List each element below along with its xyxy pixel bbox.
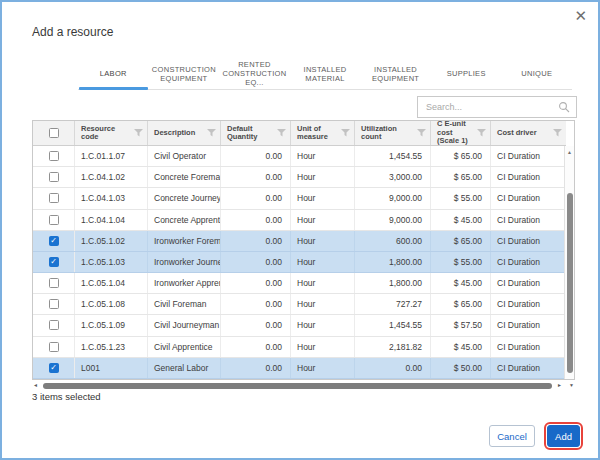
column-header-description[interactable]: Description	[148, 121, 221, 145]
table-row[interactable]: ✓1.C.05.1.02Ironworker Foreman0.00Hour60…	[33, 231, 566, 252]
cell-unit-cost: $ 65.00	[431, 231, 491, 251]
column-header-utilization-count[interactable]: Utilization count	[355, 121, 431, 145]
table-row[interactable]: 1.C.01.1.07Civil Operator0.00Hour1,454.5…	[33, 146, 566, 167]
search-icon	[558, 101, 570, 113]
search-input[interactable]	[418, 102, 558, 112]
cell-resource-code: 1.C.05.1.02	[75, 231, 148, 251]
filter-icon[interactable]	[477, 129, 486, 137]
row-checkbox-cell	[33, 315, 75, 335]
cell-unit-of-measure: Hour	[291, 252, 355, 272]
cell-utilization-count: 2,181.82	[355, 337, 431, 357]
column-header-unit-cost[interactable]: C E-unit cost (Scale 1)	[431, 121, 491, 145]
row-checkbox[interactable]: ✓	[49, 257, 59, 267]
table-row[interactable]: ✓1.C.05.1.03Ironworker Journe...0.00Hour…	[33, 252, 566, 273]
cell-utilization-count: 9,000.00	[355, 210, 431, 230]
row-checkbox[interactable]	[49, 193, 59, 203]
cell-unit-of-measure: Hour	[291, 167, 355, 187]
cell-default-quantity: 0.00	[221, 167, 291, 187]
row-checkbox[interactable]	[49, 172, 59, 182]
cell-resource-code: 1.C.04.1.04	[75, 210, 148, 230]
cell-utilization-count: 727.27	[355, 294, 431, 314]
scroll-down-icon[interactable]: ▼	[569, 381, 574, 390]
tab-installed-equipment[interactable]: INSTALLED EQUIPMENT	[360, 58, 431, 89]
filter-icon[interactable]	[417, 129, 426, 137]
row-checkbox-cell	[33, 146, 75, 166]
row-checkbox-cell	[33, 188, 75, 208]
table-row[interactable]: 1.C.05.1.08Civil Foreman0.00Hour727.27$ …	[33, 294, 566, 315]
tab-supplies[interactable]: SUPPLIES	[431, 58, 502, 89]
filter-icon[interactable]	[207, 129, 216, 137]
cell-utilization-count: 1,454.55	[355, 146, 431, 166]
cell-unit-of-measure: Hour	[291, 315, 355, 335]
cell-unit-of-measure: Hour	[291, 231, 355, 251]
row-checkbox-cell: ✓	[33, 252, 75, 272]
select-all-cell	[33, 121, 75, 145]
select-all-checkbox[interactable]	[49, 128, 59, 138]
row-checkbox[interactable]	[49, 320, 59, 330]
tab-installed-material[interactable]: INSTALLED MATERIAL	[290, 58, 361, 89]
table-row[interactable]: ✓L001General Labor0.00Hour0.00$ 50.00CI …	[33, 358, 566, 379]
column-header-default-quantity[interactable]: Default Quantity	[221, 121, 291, 145]
table-row[interactable]: 1.C.05.1.23Civil Apprentice0.00Hour2,181…	[33, 337, 566, 358]
tab-construction-equipment[interactable]: CONSTRUCTION EQUIPMENT	[149, 58, 220, 89]
cell-description: Ironworker Appren...	[148, 273, 221, 293]
row-checkbox-cell	[33, 210, 75, 230]
close-icon[interactable]: ✕	[574, 8, 587, 23]
cell-default-quantity: 0.00	[221, 210, 291, 230]
tab-rented-construction-eq[interactable]: RENTED CONSTRUCTION EQ...	[219, 58, 290, 89]
scroll-left-icon[interactable]: ◄	[33, 381, 38, 390]
column-label: C E-unit cost (Scale 1)	[437, 120, 475, 146]
cell-unit-cost: $ 55.00	[431, 188, 491, 208]
cell-resource-code: 1.C.05.1.09	[75, 315, 148, 335]
column-header-unit-of-measure[interactable]: Unit of measure	[291, 121, 355, 145]
vertical-scrollbar[interactable]: ▲	[564, 146, 574, 379]
column-header-cost-driver[interactable]: Cost driver	[491, 121, 566, 145]
cell-description: Concrete Foreman	[148, 167, 221, 187]
cell-cost-driver: CI Duration	[491, 210, 566, 230]
cell-default-quantity: 0.00	[221, 315, 291, 335]
cell-default-quantity: 0.00	[221, 146, 291, 166]
table-row[interactable]: 1.C.04.1.03Concrete Journey...0.00Hour9,…	[33, 188, 566, 209]
row-checkbox[interactable]: ✓	[49, 363, 59, 373]
horizontal-scrollbar-thumb[interactable]	[43, 383, 552, 389]
table-row[interactable]: 1.C.05.1.09Civil Journeyman0.00Hour1,454…	[33, 315, 566, 336]
filter-icon[interactable]	[341, 129, 350, 137]
filter-icon[interactable]	[277, 129, 286, 137]
row-checkbox[interactable]	[49, 299, 59, 309]
cell-resource-code: L001	[75, 358, 148, 378]
cell-cost-driver: CI Duration	[491, 188, 566, 208]
cell-utilization-count: 3,000.00	[355, 167, 431, 187]
tab-unique[interactable]: UNIQUE	[501, 58, 572, 89]
cell-unit-cost: $ 65.00	[431, 146, 491, 166]
cell-utilization-count: 1,800.00	[355, 252, 431, 272]
vertical-scrollbar-thumb[interactable]	[567, 193, 573, 373]
row-checkbox-cell: ✓	[33, 358, 75, 378]
cell-unit-cost: $ 65.00	[431, 167, 491, 187]
filter-icon[interactable]	[134, 129, 143, 137]
cell-unit-cost: $ 45.00	[431, 337, 491, 357]
row-checkbox[interactable]	[49, 278, 59, 288]
scroll-right-icon[interactable]: ►	[557, 381, 562, 390]
cancel-button[interactable]: Cancel	[489, 425, 535, 447]
cell-resource-code: 1.C.05.1.03	[75, 252, 148, 272]
cell-resource-code: 1.C.01.1.07	[75, 146, 148, 166]
scroll-up-icon[interactable]: ▲	[565, 148, 574, 156]
column-header-resource-code[interactable]: Resource code	[75, 121, 148, 145]
row-checkbox[interactable]	[49, 215, 59, 225]
table-row[interactable]: 1.C.04.1.04Concrete Apprentice0.00Hour9,…	[33, 210, 566, 231]
row-checkbox[interactable]	[49, 151, 59, 161]
cell-description: Civil Foreman	[148, 294, 221, 314]
filter-icon[interactable]	[553, 129, 562, 137]
row-checkbox[interactable]: ✓	[49, 236, 59, 246]
table-row[interactable]: 1.C.04.1.02Concrete Foreman0.00Hour3,000…	[33, 167, 566, 188]
cell-description: Civil Operator	[148, 146, 221, 166]
row-checkbox[interactable]	[49, 342, 59, 352]
tab-labor[interactable]: LABOR	[78, 58, 149, 89]
cell-default-quantity: 0.00	[221, 294, 291, 314]
cell-cost-driver: CI Duration	[491, 231, 566, 251]
cell-description: Concrete Apprentice	[148, 210, 221, 230]
horizontal-scrollbar[interactable]: ◄ ► ▼	[32, 381, 575, 390]
add-button[interactable]: Add	[547, 425, 580, 447]
column-label: Utilization count	[361, 125, 415, 142]
table-row[interactable]: 1.C.05.1.04Ironworker Appren...0.00Hour1…	[33, 273, 566, 294]
